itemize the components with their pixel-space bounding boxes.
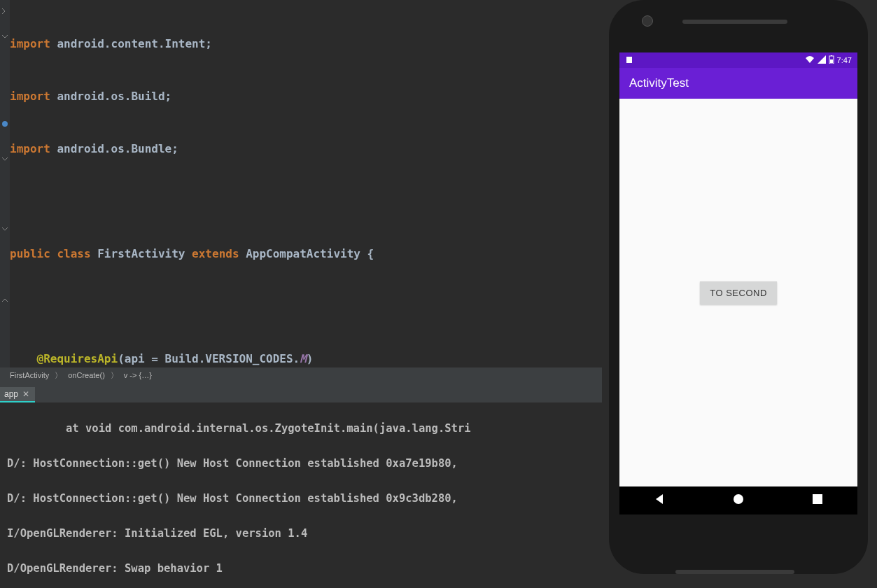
signal-icon (818, 55, 826, 65)
logcat-tabbar: app ✕ (0, 383, 602, 402)
editor-gutter (0, 0, 10, 368)
battery-icon (829, 55, 834, 65)
svg-rect-4 (830, 59, 833, 63)
android-navbar (619, 486, 857, 514)
svg-rect-3 (831, 55, 832, 56)
clock-text: 7:47 (837, 56, 852, 64)
svg-point-0 (2, 121, 8, 127)
breadcrumb[interactable]: FirstActivity 〉 onCreate() 〉 v -> {…} (0, 368, 602, 383)
svg-rect-1 (626, 57, 632, 63)
kw-import: import (10, 37, 50, 50)
phone-chin (675, 570, 794, 574)
notification-icon (625, 55, 633, 65)
app-toolbar: ActivityTest (619, 68, 857, 99)
app-title: ActivityTest (629, 76, 689, 90)
svg-point-5 (734, 494, 743, 504)
tab-app[interactable]: app ✕ (0, 387, 35, 402)
activity-content[interactable]: TO SECOND (619, 99, 857, 486)
breadcrumb-lambda[interactable]: v -> {…} (124, 371, 152, 379)
phone-camera (642, 15, 653, 27)
log-line: D/OpenGLRenderer: Swap behavior 1 (7, 560, 602, 578)
fold-icon[interactable] (1, 152, 8, 159)
log-line: at void com.android.internal.os.ZygoteIn… (7, 420, 602, 438)
home-icon[interactable] (732, 493, 745, 508)
close-icon[interactable]: ✕ (22, 389, 29, 399)
log-line: D/: HostConnection::get() New Host Conne… (7, 490, 602, 507)
breadcrumb-class[interactable]: FirstActivity (10, 371, 49, 379)
svg-rect-6 (813, 494, 822, 504)
log-line: D/: HostConnection::get() New Host Conne… (7, 455, 602, 472)
breadcrumb-method[interactable]: onCreate() (68, 371, 105, 379)
code-editor[interactable]: import android.content.Intent; import an… (0, 0, 602, 368)
phone-screen[interactable]: 7:47 ActivityTest TO SECOND (619, 52, 857, 486)
tab-label: app (4, 389, 18, 399)
recents-icon[interactable] (811, 493, 824, 508)
fold-icon[interactable] (1, 29, 8, 36)
emulator-device: 7:47 ActivityTest TO SECOND (598, 0, 877, 588)
override-icon[interactable] (1, 117, 8, 124)
android-statusbar: 7:47 (619, 52, 857, 68)
fold-icon[interactable] (1, 222, 8, 229)
back-icon[interactable] (653, 493, 666, 508)
to-second-button[interactable]: TO SECOND (700, 281, 777, 304)
logcat-panel[interactable]: at void com.android.internal.os.ZygoteIn… (0, 402, 602, 588)
wifi-icon (805, 55, 815, 65)
phone-speaker (682, 20, 787, 24)
fold-icon[interactable] (1, 292, 8, 299)
log-line: I/OpenGLRenderer: Initialized EGL, versi… (7, 525, 602, 542)
fold-icon[interactable] (1, 4, 8, 11)
